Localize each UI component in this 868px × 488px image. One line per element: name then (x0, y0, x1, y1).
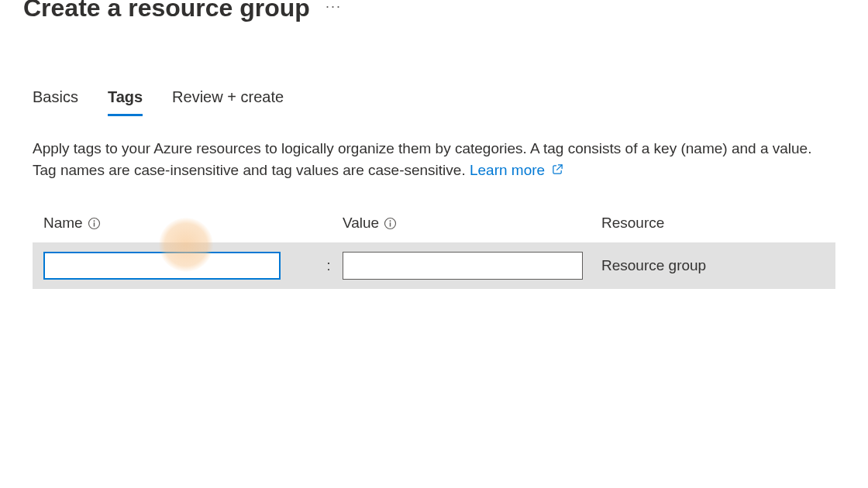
info-icon[interactable] (384, 217, 397, 230)
tag-name-input[interactable] (43, 252, 281, 280)
tag-value-input[interactable] (343, 252, 583, 280)
page-title: Create a resource group (23, 0, 310, 20)
learn-more-link[interactable]: Learn more (470, 162, 563, 178)
name-cell (43, 252, 315, 280)
resource-header-label: Resource (601, 215, 664, 231)
tab-review-create[interactable]: Review + create (172, 88, 284, 116)
tabs: Basics Tags Review + create (33, 88, 835, 116)
tab-basics[interactable]: Basics (33, 88, 78, 116)
tags-header-row: Name Value (33, 215, 835, 242)
page-header: Create a resource group ··· (0, 0, 868, 20)
description-text: Apply tags to your Azure resources to lo… (33, 138, 835, 180)
separator-cell: : (315, 258, 343, 274)
more-icon[interactable]: ··· (326, 0, 342, 15)
svg-rect-5 (390, 222, 391, 226)
info-icon[interactable] (88, 217, 101, 230)
description-body: Apply tags to your Azure resources to lo… (33, 140, 811, 178)
colon-separator: : (326, 258, 330, 273)
tags-table: Name Value (33, 215, 835, 289)
tab-tags[interactable]: Tags (108, 88, 143, 116)
value-cell (343, 252, 598, 280)
value-header-label: Value (343, 215, 379, 232)
name-header-label: Name (43, 215, 83, 232)
learn-more-label: Learn more (470, 162, 545, 178)
resource-cell: Resource group (598, 257, 825, 274)
column-header-resource: Resource (598, 215, 825, 232)
svg-point-1 (93, 220, 95, 222)
svg-rect-2 (93, 222, 94, 226)
external-link-icon (552, 160, 563, 181)
column-header-value: Value (343, 215, 598, 232)
svg-point-4 (390, 220, 391, 222)
column-header-name: Name (43, 215, 315, 232)
tags-input-row: : Resource group (33, 242, 835, 289)
content-area: Basics Tags Review + create Apply tags t… (0, 88, 868, 289)
resource-label: Resource group (601, 257, 706, 273)
